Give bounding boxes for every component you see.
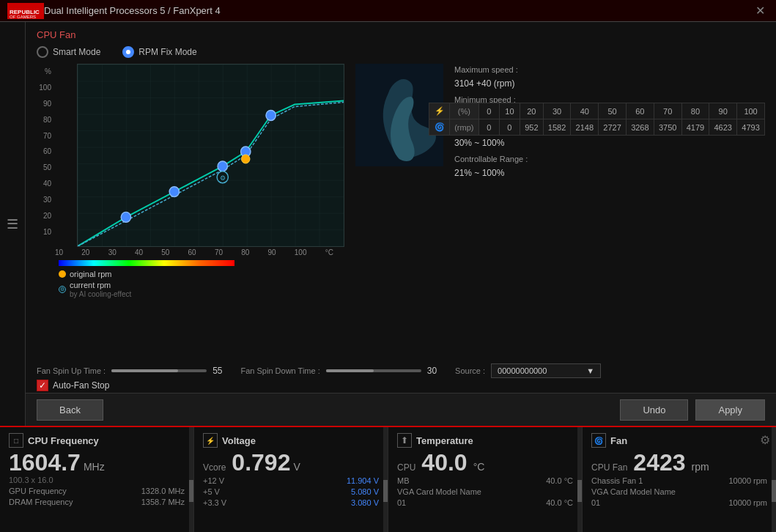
original-dot [59,270,66,278]
rpm-val-1: 0 [499,119,520,136]
cpu-freq-header: □ CPU Frequency [9,433,185,448]
rpm-val-9: 4623 [709,119,737,136]
fan-status-icon: 🌀 [591,433,606,448]
content-row: % 100 90 80 70 60 50 40 30 20 10 [37,64,765,300]
rpm-fix-mode-radio[interactable] [122,46,134,58]
spin-up-value: 55 [213,366,222,376]
pct-0: 0 [478,103,499,119]
cpu-fan-unit: rpm [692,461,709,473]
cpu-temp-label: CPU [397,462,415,473]
33v-row: +3.3 V 3.080 V [203,498,379,507]
svg-point-5 [121,212,130,222]
rpm-val-3: 1582 [543,119,571,136]
settings-gear-icon[interactable]: ⚙ [760,433,770,447]
cpu-freq-sub: 100.3 x 16.0 [9,476,185,484]
spin-up-group: Fan Spin Up Time : 55 [37,366,223,376]
rpm-val-10: 4793 [737,119,765,136]
svg-text:OF GAMERS: OF GAMERS [10,15,36,19]
fan-run-value: 30% ~ 100% [454,136,765,150]
smart-mode-option[interactable]: Smart Mode [37,46,100,58]
section-title: CPU Fan [37,29,765,40]
y-80: 80 [37,116,51,124]
current-dot: ⚙ [59,286,66,293]
x-100: 100 [295,248,307,256]
mode-row: Smart Mode RPM Fix Mode [37,46,765,58]
chart-area: % 100 90 80 70 60 50 40 30 20 10 [37,64,344,300]
y-10: 10 [37,228,51,236]
rpm-fix-mode-label: RPM Fix Mode [138,47,196,57]
fan-curve-svg: ⚙ [78,64,344,246]
pct-30: 30 [543,103,571,119]
stats-panel: Maximum speed : 3104 +40 (rpm) Minimum s… [454,64,765,300]
cpu-temp-value: 40.0 [421,451,467,474]
rpm-value-row: 🌀 (rmp) 0 0 952 1582 2148 2727 3268 3750… [429,119,765,136]
cpu-freq-scrollbar-thumb [189,480,193,502]
apply-button[interactable]: Apply [695,399,765,421]
pct-90: 90 [709,103,737,119]
spin-down-fill [326,369,374,372]
svg-point-9 [266,110,276,120]
rpm-val-7: 3750 [654,119,681,136]
chassis-fan-value: 10000 rpm [728,476,767,485]
pct-20: 20 [520,103,544,119]
close-button[interactable]: ✕ [752,4,769,18]
fan-icon-cell: 🌀 [429,119,450,136]
max-speed-value: 3104 +40 (rpm) [454,77,765,91]
fan-01-value: 10000 rpm [728,498,767,507]
chassis-fan-row: Chassis Fan 1 10000 rpm [591,476,767,485]
cpu-freq-title: CPU Frequency [28,435,99,446]
right-panel: Maximum speed : 3104 +40 (rpm) Minimum s… [355,64,765,300]
chassis-fan-label: Chassis Fan 1 [591,476,643,485]
svg-point-7 [218,161,227,171]
auto-fan-label: Auto-Fan Stop [53,380,109,391]
gpu-freq-label: GPU Frequency [9,487,67,495]
source-label: Source : [455,366,485,375]
svg-text:⚙: ⚙ [220,174,226,182]
5v-value: 5.080 V [351,487,379,496]
cpu-temp-unit: °C [473,461,485,473]
5v-label: +5 V [203,487,220,496]
fan-section: 🌀 Fan ⚙ CPU Fan 2423 rpm Chassis Fan 1 1… [583,427,776,532]
pct-10: 10 [499,103,520,119]
action-bar: Back Undo Apply [26,393,776,426]
fan-scrollbar [772,427,776,532]
pct-50: 50 [599,103,627,119]
cpu-freq-scrollbar [189,427,193,532]
back-button[interactable]: Back [37,399,103,421]
fan-chart[interactable]: ⚙ [77,64,344,247]
voltage-icon: ⚡ [203,433,218,448]
spin-down-slider[interactable] [326,369,421,372]
current-label: current rpm [70,281,111,289]
dram-freq-label: DRAM Frequency [9,498,73,506]
rpm-fix-mode-option[interactable]: RPM Fix Mode [122,46,196,58]
menu-icon[interactable]: ☰ [7,216,18,232]
current-sub-label: by AI cooling-effect [70,290,131,298]
x-40: 40 [135,248,143,256]
y-20: 20 [37,212,51,220]
rog-logo: REPUBLIC OF GAMERS [7,3,44,19]
gpu-freq-row: GPU Frequency 1328.0 MHz [9,487,185,495]
smart-mode-radio[interactable] [37,46,48,58]
auto-fan-checkbox[interactable]: ✓ [37,380,48,391]
sidebar: ☰ [0,22,26,426]
source-dropdown[interactable]: 00000000000 ▼ [491,363,601,378]
rpm-table-area: ⚡ (%) 0 10 20 30 40 50 60 70 80 90 100 🌀… [429,103,765,136]
undo-button[interactable]: Undo [620,399,688,421]
auto-fan-row: ✓ Auto-Fan Stop [37,380,109,391]
y-100: 100 [37,84,51,92]
smart-mode-label: Smart Mode [53,47,100,57]
x-50: 50 [161,248,169,256]
voltage-title: Voltage [222,435,256,446]
rpm-header-row: ⚡ (%) 0 10 20 30 40 50 60 70 80 90 100 [429,103,765,119]
window-title: Dual Intelligent Processors 5 / FanXpert… [44,5,752,16]
cpu-freq-icon: □ [9,433,23,448]
voltage-scrollbar-thumb [383,480,388,502]
y-90: 90 [37,100,51,108]
temp-icon: ⬆ [397,433,412,448]
pct-70: 70 [654,103,681,119]
y-40: 40 [37,180,51,188]
12v-value: 11.904 V [347,476,379,485]
dram-freq-value: 1358.7 MHz [141,498,185,506]
vga-name-row: VGA Card Model Name [397,487,573,496]
spin-up-slider[interactable] [111,369,207,372]
